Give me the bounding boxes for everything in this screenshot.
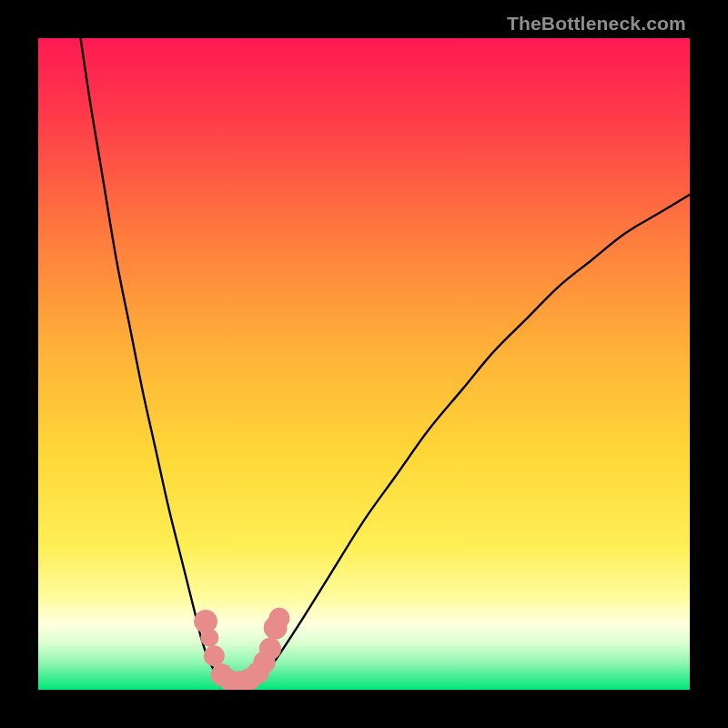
- curve-left-branch: [81, 38, 221, 677]
- valley-marker: [204, 645, 225, 666]
- bottleneck-curve: [81, 38, 690, 687]
- watermark-text: TheBottleneck.com: [507, 13, 686, 35]
- curve-right-branch: [259, 195, 690, 677]
- outer-frame: TheBottleneck.com: [0, 0, 728, 728]
- curve-layer: [38, 38, 690, 690]
- plot-area: [38, 38, 690, 690]
- valley-marker: [259, 638, 281, 660]
- valley-marker: [200, 629, 218, 647]
- valley-marker: [268, 608, 289, 629]
- valley-markers: [194, 608, 289, 690]
